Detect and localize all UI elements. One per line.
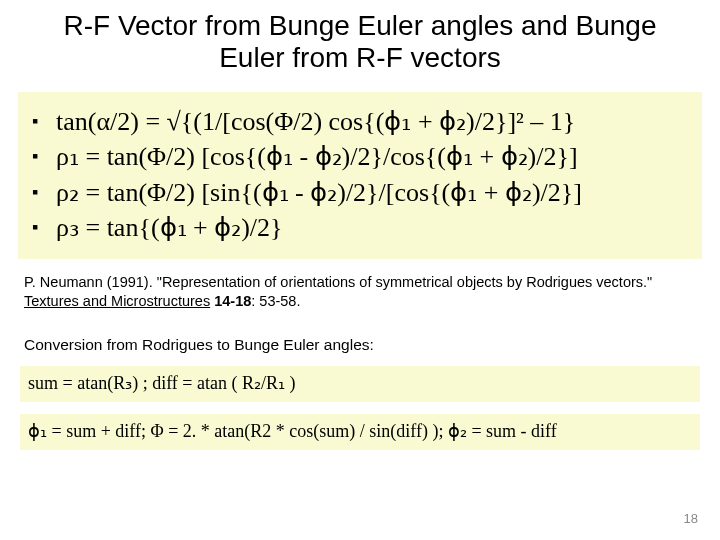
slide-title: R-F Vector from Bunge Euler angles and B… [30, 10, 690, 74]
ref-prefix: P. Neumann (1991). "Representation of or… [24, 274, 652, 290]
bullet-text: ρ₃ = tan{(ϕ₁ + ϕ₂)/2} [56, 210, 283, 245]
reference: P. Neumann (1991). "Representation of or… [24, 273, 696, 311]
conversion-label: Conversion from Rodrigues to Bunge Euler… [24, 336, 696, 354]
equation-box-2: ϕ₁ = sum + diff; Φ = 2. * atan(R2 * cos(… [20, 414, 700, 450]
slide: R-F Vector from Bunge Euler angles and B… [0, 0, 720, 540]
bullet-text: ρ₂ = tan(Φ/2) [sin{(ϕ₁ - ϕ₂)/2}/[cos{(ϕ₁… [56, 175, 582, 210]
bullet-box: ▪ tan(α/2) = √{(1/[cos(Φ/2) cos{(ϕ₁ + ϕ₂… [18, 92, 702, 258]
bullet-icon: ▪ [28, 175, 56, 209]
bullet-item: ▪ tan(α/2) = √{(1/[cos(Φ/2) cos{(ϕ₁ + ϕ₂… [28, 104, 692, 139]
ref-journal: Textures and Microstructures [24, 293, 210, 309]
bullet-text: tan(α/2) = √{(1/[cos(Φ/2) cos{(ϕ₁ + ϕ₂)/… [56, 104, 575, 139]
page-number: 18 [684, 511, 698, 526]
bullet-item: ▪ ρ₃ = tan{(ϕ₁ + ϕ₂)/2} [28, 210, 692, 245]
bullet-item: ▪ ρ₂ = tan(Φ/2) [sin{(ϕ₁ - ϕ₂)/2}/[cos{(… [28, 175, 692, 210]
bullet-icon: ▪ [28, 210, 56, 244]
bullet-text: ρ₁ = tan(Φ/2) [cos{(ϕ₁ - ϕ₂)/2}/cos{(ϕ₁ … [56, 139, 578, 174]
ref-tail: : 53-58. [251, 293, 300, 309]
equation-box-1: sum = atan(R₃) ; diff = atan ( R₂/R₁ ) [20, 366, 700, 402]
bullet-icon: ▪ [28, 104, 56, 138]
ref-volume: 14-18 [214, 293, 251, 309]
bullet-icon: ▪ [28, 139, 56, 173]
bullet-item: ▪ ρ₁ = tan(Φ/2) [cos{(ϕ₁ - ϕ₂)/2}/cos{(ϕ… [28, 139, 692, 174]
